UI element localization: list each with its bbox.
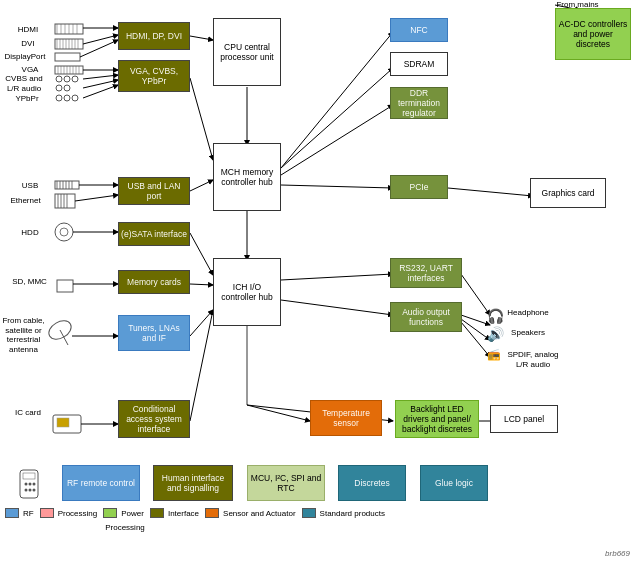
memory-cards-block: Memory cards (118, 270, 190, 294)
rs232-block: RS232, UART interfaces (390, 258, 462, 288)
diagram: HDMI DVI DisplayPort VGA CVBS andL/R aud… (0, 0, 638, 563)
headphone-label: Headphone (498, 308, 558, 317)
legend-power: Power (103, 508, 144, 518)
human-iface-block: Human interface and signalling (153, 465, 233, 501)
vga-cvbs-block: VGA, CVBS, YPbPr (118, 60, 190, 92)
svg-point-28 (72, 76, 78, 82)
svg-line-89 (461, 274, 490, 315)
backlight-block: Backlight LED drivers and panel/ backlig… (395, 400, 479, 438)
svg-line-67 (83, 85, 118, 98)
svg-rect-51 (53, 415, 81, 433)
esata-block: (e)SATA interface (118, 222, 190, 246)
svg-point-31 (56, 95, 62, 101)
svg-line-91 (461, 319, 490, 340)
legend-standard: Standard products (302, 508, 385, 518)
svg-line-76 (190, 180, 213, 191)
ethernet-label: Ethernet (0, 196, 53, 205)
pcie-block: PCIe (390, 175, 448, 199)
svg-rect-53 (20, 470, 38, 498)
legend-sensor-label: Sensor and Actuator (223, 509, 296, 518)
svg-point-47 (60, 228, 68, 236)
legend-power-box (103, 508, 117, 518)
mch-block: MCH memory controller hub (213, 143, 281, 211)
cpu-block: CPU central processor unit (213, 18, 281, 86)
svg-line-88 (281, 300, 393, 315)
svg-rect-41 (55, 194, 75, 208)
dvi-label: DVI (3, 39, 53, 48)
usb-lan-block: USB and LAN port (118, 177, 190, 205)
svg-point-55 (25, 483, 28, 486)
legend-rf-label: RF (23, 509, 34, 518)
svg-line-75 (190, 78, 213, 160)
svg-rect-17 (55, 66, 83, 74)
svg-line-87 (281, 274, 393, 280)
processing-label: Processing (90, 523, 160, 532)
rf-remote-block: RF remote control (62, 465, 140, 501)
svg-line-92 (461, 322, 490, 357)
legend-interface: Interface (150, 508, 199, 518)
svg-rect-16 (55, 53, 80, 61)
svg-line-65 (83, 75, 118, 79)
hdd-label: HDD (5, 228, 55, 237)
sdram-block: SDRAM (390, 52, 448, 76)
legend-sensor-box (205, 508, 219, 518)
from-cable-label: From cable,satellite orterrestrialantenn… (0, 316, 51, 354)
svg-line-85 (281, 105, 393, 175)
svg-line-84 (281, 68, 393, 168)
legend-power-label: Power (121, 509, 144, 518)
temp-sensor-block: Temperature sensor (310, 400, 382, 436)
legend-rf-box (5, 508, 19, 518)
ic-card-label: IC card (3, 408, 53, 417)
svg-line-77 (190, 233, 213, 275)
svg-rect-7 (55, 39, 83, 49)
legend-interface-box (150, 508, 164, 518)
svg-line-79 (190, 310, 213, 336)
svg-point-32 (64, 95, 70, 101)
watermark: brb669 (605, 549, 630, 558)
displayport-label: DisplayPort (0, 52, 50, 61)
usb-label: USB (5, 181, 55, 190)
graphics-card-block: Graphics card (530, 178, 606, 208)
cvbs-label: CVBS andL/R audio (0, 74, 50, 93)
svg-point-30 (64, 85, 70, 91)
mcu-block: MCU, I²C, SPI and RTC (247, 465, 325, 501)
audio-out-block: Audio output functions (390, 302, 462, 332)
svg-rect-54 (23, 473, 35, 479)
svg-rect-0 (55, 24, 83, 34)
svg-line-90 (461, 315, 490, 325)
nfc-block: NFC (390, 18, 448, 42)
hdmi-dp-dvi-block: HDMI, DP, DVI (118, 22, 190, 50)
legend-interface-label: Interface (168, 509, 199, 518)
legend-sensor: Sensor and Actuator (205, 508, 296, 518)
svg-line-83 (281, 32, 393, 168)
svg-rect-48 (57, 280, 73, 292)
legend-processing-label: Processing (58, 509, 98, 518)
svg-point-59 (29, 489, 32, 492)
ich-block: ICH I/O controller hub (213, 258, 281, 326)
svg-point-27 (64, 76, 70, 82)
svg-rect-34 (55, 181, 79, 189)
svg-rect-52 (57, 418, 69, 427)
speakers-label: Speakers (498, 328, 558, 337)
svg-point-46 (55, 223, 73, 241)
legend-standard-box (302, 508, 316, 518)
svg-line-50 (60, 330, 68, 345)
svg-point-33 (72, 95, 78, 101)
svg-line-63 (80, 40, 118, 57)
svg-point-56 (29, 483, 32, 486)
legend-standard-label: Standard products (320, 509, 385, 518)
svg-line-97 (247, 405, 310, 421)
legend-processing-box (40, 508, 54, 518)
ypbpr-label: YPbPr (2, 94, 52, 103)
svg-point-29 (56, 85, 62, 91)
svg-line-69 (75, 195, 118, 201)
spdif-label: SPDIF, analogL/R audio (498, 350, 568, 369)
sd-mmc-label: SD, MMC (2, 277, 57, 286)
conditional-block: Conditional access system interface (118, 400, 190, 438)
svg-line-78 (190, 284, 213, 285)
spdif-icon: 📻 (487, 348, 501, 361)
headphone-icon: 🎧 (487, 308, 504, 324)
legend: RF Processing Power Interface Sensor and… (5, 508, 505, 518)
tuners-block: Tuners, LNAs and IF (118, 315, 190, 351)
svg-point-26 (56, 76, 62, 82)
